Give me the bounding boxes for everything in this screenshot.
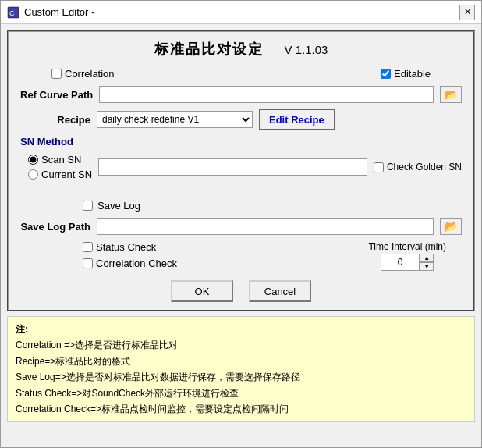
- current-sn-label: Current SN: [41, 169, 92, 180]
- divider-1: [20, 190, 462, 190]
- close-button[interactable]: ✕: [459, 5, 475, 20]
- check-golden-label: Check Golden SN: [387, 162, 462, 172]
- save-log-path-label: Save Log Path: [20, 221, 90, 233]
- scan-sn-row: Scan SN: [28, 154, 92, 165]
- panel-title-row: 标准品比对设定 V 1.1.03: [20, 40, 462, 62]
- cancel-button[interactable]: Cancel: [249, 280, 311, 302]
- time-interval-group: Time Interval (min) ▲ ▼: [368, 241, 446, 271]
- ref-curve-folder-button[interactable]: 📂: [440, 86, 462, 103]
- save-log-label: Save Log: [97, 200, 140, 212]
- notes-header: 注:: [16, 324, 28, 335]
- correlation-checkbox[interactable]: [51, 69, 62, 79]
- recipe-row: Recipe daily check redefine V1 Edit Reci…: [20, 109, 462, 130]
- correlation-group: Correlation: [51, 68, 115, 80]
- spinner-up-button[interactable]: ▲: [420, 254, 434, 262]
- correlation-label: Correlation: [65, 68, 115, 80]
- edit-recipe-button[interactable]: Edit Recipe: [259, 109, 335, 130]
- check-golden-checkbox[interactable]: [374, 162, 384, 172]
- time-interval-input[interactable]: [381, 254, 420, 271]
- notes-line-3: Save Log=>选择是否对标准品比对数据进行保存，需要选择保存路径: [16, 372, 300, 382]
- recipe-select[interactable]: daily check redefine V1: [97, 111, 253, 128]
- panel-title: 标准品比对设定 V 1.1.03: [154, 40, 328, 59]
- ref-curve-label: Ref Curve Path: [20, 89, 93, 101]
- current-sn-row: Current SN: [28, 169, 92, 180]
- save-log-path-input[interactable]: [97, 218, 434, 235]
- status-check-checkbox[interactable]: [83, 242, 93, 252]
- spinner-down-button[interactable]: ▼: [420, 262, 434, 271]
- spinner-group: ▲ ▼: [381, 254, 434, 271]
- sn-radio-group: Scan SN Current SN: [28, 154, 92, 180]
- correlation-editable-row: Correlation Editable: [20, 68, 462, 80]
- ref-curve-row: Ref Curve Path 📂: [20, 86, 462, 103]
- scan-sn-radio[interactable]: [28, 155, 38, 165]
- svg-text:C: C: [9, 9, 15, 17]
- scan-sn-label: Scan SN: [41, 154, 81, 165]
- save-log-row: Save Log: [83, 200, 462, 212]
- save-log-checkbox[interactable]: [83, 201, 93, 211]
- current-sn-radio[interactable]: [28, 169, 38, 180]
- editable-group: Editable: [381, 68, 431, 80]
- app-icon: C: [7, 6, 19, 19]
- sn-input[interactable]: [98, 158, 367, 176]
- status-check-group: Status Check: [83, 241, 368, 253]
- sn-row: Scan SN Current SN Check Golden SN: [28, 154, 462, 180]
- notes-line-5: Correlation Check=>标准品点检时间监控，需要设定点检间隔时间: [16, 404, 289, 414]
- ref-curve-input[interactable]: [99, 86, 434, 103]
- sn-method-label-row: SN Method: [20, 136, 462, 148]
- correlation-check-label: Correlation Check: [96, 258, 177, 269]
- main-panel: 标准品比对设定 V 1.1.03 Correlation Editable Re…: [7, 30, 475, 311]
- checks-col: Status Check Correlation Check: [20, 241, 368, 269]
- recipe-label: Recipe: [20, 114, 90, 126]
- save-log-folder-button[interactable]: 📂: [440, 218, 462, 235]
- editable-label: Editable: [394, 68, 431, 80]
- ok-cancel-row: OK Cancel: [20, 280, 462, 302]
- correlation-check-checkbox[interactable]: [83, 258, 93, 268]
- status-check-label: Status Check: [96, 241, 156, 253]
- window-title: Custom Editor -: [24, 6, 94, 18]
- notes-line-4: Status Check=>对SoundCheck外部运行环境进行检查: [16, 388, 239, 399]
- ok-button[interactable]: OK: [171, 280, 233, 302]
- check-golden-group: Check Golden SN: [374, 162, 462, 172]
- notes-area: 注: Correlation =>选择是否进行标准品比对 Recipe=>标准品…: [7, 316, 475, 422]
- panel-version: V 1.1.03: [285, 43, 328, 56]
- notes-line-2: Recipe=>标准品比对的格式: [16, 356, 130, 367]
- spinner-buttons: ▲ ▼: [420, 254, 434, 271]
- notes-line-1: Correlation =>选择是否进行标准品比对: [16, 340, 178, 350]
- correlation-check-group: Correlation Check: [83, 258, 368, 269]
- content-area: 标准品比对设定 V 1.1.03 Correlation Editable Re…: [1, 24, 481, 447]
- time-interval-label: Time Interval (min): [368, 241, 446, 252]
- save-log-path-row: Save Log Path 📂: [20, 218, 462, 235]
- editable-checkbox[interactable]: [381, 69, 391, 79]
- title-bar: C Custom Editor - ✕: [1, 1, 481, 24]
- main-window: C Custom Editor - ✕ 标准品比对设定 V 1.1.03 Cor…: [0, 0, 482, 448]
- sn-method-label: SN Method: [20, 136, 73, 148]
- checks-time-row: Status Check Correlation Check Time Inte…: [20, 241, 462, 271]
- title-bar-left: C Custom Editor -: [7, 6, 94, 19]
- sn-input-area: Check Golden SN: [98, 158, 462, 176]
